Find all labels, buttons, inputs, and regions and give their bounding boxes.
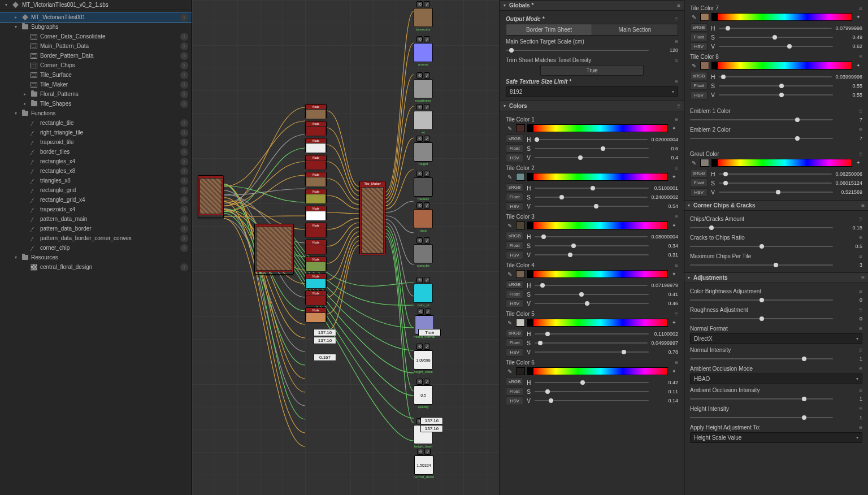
- expand-icon[interactable]: ⤢: [424, 72, 430, 79]
- menu-icon[interactable]: ≡: [859, 54, 862, 60]
- eyedropper-icon[interactable]: ✎: [506, 222, 514, 229]
- graph-node[interactable]: Node: [305, 121, 327, 136]
- color-swatch[interactable]: [516, 124, 525, 132]
- info-icon[interactable]: i: [180, 33, 188, 41]
- properties-panel-a[interactable]: ▾ Globals * ≡ Output Mode *≡ Border Trim…: [500, 0, 684, 495]
- tree-item[interactable]: rectangle_grid_x4 i: [0, 195, 192, 205]
- info-icon[interactable]: i: [180, 244, 188, 252]
- graph-node[interactable]: Node: [305, 206, 327, 220]
- output-node[interactable]: ⟲⤢ normal: [414, 36, 433, 66]
- info-icon[interactable]: i: [180, 14, 188, 21]
- menu-icon[interactable]: ≡: [859, 108, 862, 114]
- menu-icon[interactable]: ≡: [859, 235, 862, 241]
- tree-item[interactable]: trapezoid_tile i: [0, 137, 192, 147]
- float-btn[interactable]: Float: [506, 338, 523, 347]
- info-icon[interactable]: i: [180, 119, 188, 127]
- expand-icon[interactable]: ⤢: [424, 379, 430, 385]
- tree-item[interactable]: Border_Pattern_Data i: [0, 51, 192, 60]
- graph-node[interactable]: Tile_Maker: [359, 181, 385, 254]
- target-scale-slider[interactable]: [506, 50, 649, 51]
- graph-node[interactable]: Node: [305, 240, 327, 254]
- properties-panel-b[interactable]: Tile Color 7≡ ✎ ✦ sRGB Float HSV H0.0799…: [684, 0, 868, 495]
- pin-icon[interactable]: ⟲: [416, 171, 423, 177]
- val-slider[interactable]: [535, 157, 649, 158]
- functions-folder[interactable]: ▾ Functions: [0, 108, 192, 118]
- tree-item[interactable]: ▸ Tile_Shapes i: [0, 99, 192, 108]
- hsv-btn[interactable]: HSV: [506, 299, 523, 308]
- pin-icon[interactable]: ⟲: [417, 449, 423, 455]
- info-icon[interactable]: i: [180, 215, 188, 223]
- tree-item[interactable]: corner_chip i: [0, 243, 192, 253]
- val-slider[interactable]: [535, 254, 649, 255]
- hue-bar[interactable]: [527, 173, 668, 181]
- hue-slider[interactable]: [535, 188, 649, 189]
- root-graph-row[interactable]: ▸ MT_VictorianTiles001 i: [0, 12, 192, 22]
- expand-icon[interactable]: ⤢: [424, 344, 430, 350]
- output-node[interactable]: ⟲⤢ 0.5 opacity: [414, 379, 433, 409]
- sat-slider[interactable]: [535, 245, 649, 246]
- tree-item[interactable]: rectangles_x8 i: [0, 166, 192, 176]
- info-icon[interactable]: i: [180, 225, 188, 233]
- hue-bar[interactable]: [711, 62, 852, 70]
- output-node[interactable]: ⟲⤢ roughness: [414, 72, 433, 102]
- val-slider[interactable]: [719, 46, 833, 47]
- menu-icon[interactable]: ≡: [675, 165, 678, 171]
- node-graph-view[interactable]: Tile_Maker Node Node Node Node Node Node…: [192, 0, 500, 495]
- color-swatch[interactable]: [516, 173, 525, 181]
- val-slider[interactable]: [719, 192, 833, 193]
- texel-density-btn[interactable]: True: [540, 65, 644, 76]
- sat-slider[interactable]: [535, 342, 648, 344]
- hue-bar[interactable]: [527, 367, 668, 375]
- menu-icon[interactable]: ≡: [675, 214, 678, 220]
- hsv-btn[interactable]: HSV: [690, 42, 708, 51]
- menu-icon[interactable]: ≡: [675, 57, 678, 63]
- normal-format-dropdown[interactable]: DirectX▾: [690, 333, 862, 344]
- menu-icon[interactable]: ≡: [859, 307, 862, 313]
- info-icon[interactable]: i: [180, 206, 188, 214]
- subgraphs-folder[interactable]: ▾ Subgraphs: [0, 22, 192, 32]
- info-icon[interactable]: i: [180, 235, 188, 242]
- pin-icon[interactable]: ⟲: [416, 277, 423, 283]
- fx-icon[interactable]: ✦: [670, 124, 678, 132]
- menu-icon[interactable]: ≡: [675, 16, 678, 22]
- hsv-btn[interactable]: HSV: [690, 188, 708, 197]
- tree-item[interactable]: pattern_data_border_corner_convex i: [0, 233, 192, 243]
- float-btn[interactable]: Float: [506, 290, 523, 298]
- menu-icon[interactable]: ≡: [859, 151, 862, 157]
- expand-icon[interactable]: ⤢: [424, 171, 430, 177]
- output-node[interactable]: ⟲⤢ 1.50324 normal_detail: [414, 449, 434, 479]
- info-icon[interactable]: i: [180, 81, 188, 89]
- expand-icon[interactable]: ⤢: [424, 136, 430, 142]
- info-icon[interactable]: i: [180, 138, 188, 146]
- output-node[interactable]: ⟲⤢ data: [414, 202, 433, 232]
- hue-bar[interactable]: [527, 319, 668, 327]
- info-icon[interactable]: i: [180, 100, 188, 108]
- hsv-btn[interactable]: HSV: [506, 251, 523, 259]
- tree-item[interactable]: triangles_x8 i: [0, 176, 192, 185]
- hsv-btn[interactable]: HSV: [690, 91, 708, 99]
- output-node[interactable]: ⟲⤢ 1.09598 height_scale: [414, 344, 433, 374]
- roughness-slider[interactable]: [690, 318, 833, 319]
- hsv-btn[interactable]: HSV: [506, 348, 523, 357]
- hue-slider[interactable]: [535, 236, 648, 237]
- val-slider[interactable]: [535, 351, 649, 353]
- fx-icon[interactable]: ✦: [670, 173, 678, 181]
- info-icon[interactable]: i: [180, 62, 188, 70]
- adjustments-header[interactable]: ▾Adjustments≡: [684, 272, 868, 283]
- main-section-btn[interactable]: Main Section: [592, 24, 678, 35]
- srgb-btn[interactable]: sRGB: [690, 72, 708, 80]
- graph-node[interactable]: Node: [305, 307, 327, 322]
- graph-node[interactable]: Node: [305, 104, 327, 119]
- fx-icon[interactable]: ✦: [854, 159, 862, 167]
- color-swatch[interactable]: [700, 13, 709, 21]
- graph-node[interactable]: Node: [305, 155, 327, 170]
- pin-icon[interactable]: ⟲: [416, 104, 423, 110]
- info-icon[interactable]: i: [180, 177, 188, 185]
- menu-icon[interactable]: ≡: [677, 103, 680, 109]
- fx-icon[interactable]: ✦: [670, 319, 678, 327]
- menu-icon[interactable]: ≡: [675, 262, 678, 268]
- menu-icon[interactable]: ≡: [859, 347, 862, 353]
- color-swatch[interactable]: [516, 222, 525, 229]
- output-node[interactable]: ⟲⤢ specular: [414, 237, 433, 267]
- eyedropper-icon[interactable]: ✎: [506, 173, 514, 181]
